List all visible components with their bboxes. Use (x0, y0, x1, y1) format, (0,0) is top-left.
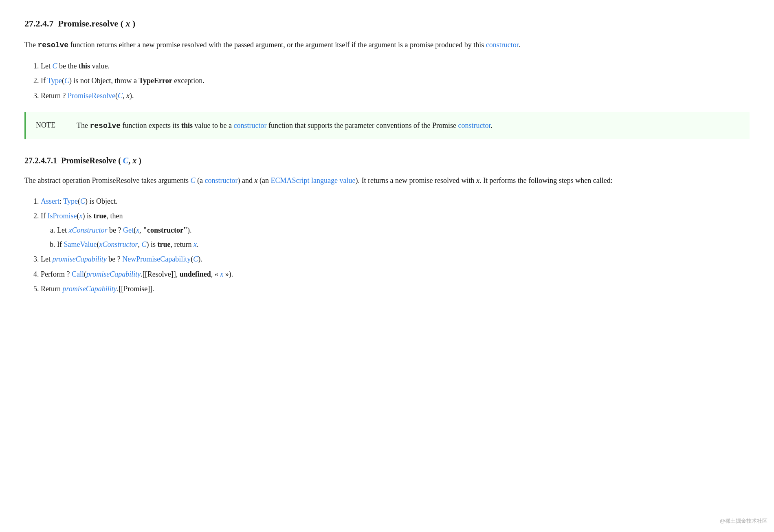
step3-x: x (126, 92, 130, 100)
step1-C-link[interactable]: C (53, 62, 57, 70)
subsection-C-link[interactable]: C (123, 156, 128, 165)
sub-step1-assert-link[interactable]: Assert (41, 197, 59, 205)
step3-C-link[interactable]: C (118, 92, 123, 100)
sub-step5-pc-link[interactable]: promiseCapability (63, 285, 117, 293)
sub-x: x (255, 176, 258, 185)
sub-C-link[interactable]: C (191, 176, 196, 185)
step2-type-link[interactable]: Type (47, 77, 62, 85)
sub-step3-C-link[interactable]: C (193, 255, 198, 263)
step3-promiseresolve-link[interactable]: PromiseResolve (68, 92, 115, 100)
sub-step2b-x-link[interactable]: x (194, 240, 197, 248)
note-box: NOTE The resolve function expects its th… (24, 112, 750, 140)
subsection-x: x (132, 156, 136, 165)
sub-step2b-C-link[interactable]: C (142, 240, 147, 248)
subsection-intro: The abstract operation PromiseResolve ta… (24, 174, 750, 187)
step-3: Return ? PromiseResolve(C, x). (41, 90, 750, 102)
step2-C-link[interactable]: C (64, 77, 69, 85)
sub-step1-type-link[interactable]: Type (63, 197, 78, 205)
note-label: NOTE (36, 119, 60, 131)
step1-this: this (79, 62, 90, 70)
sub-step-2a: Let xConstructor be ? Get(x, "constructo… (57, 224, 750, 237)
section-title: 27.2.4.7 Promise.resolve ( x ) (24, 16, 750, 31)
sub-step-5: Return promiseCapability.[[Promise]]. (41, 283, 750, 295)
step2-typeerror: TypeError (139, 77, 172, 85)
sub-step4-pc-link[interactable]: promiseCapability (86, 270, 141, 278)
sub-step4-call-link[interactable]: Call (72, 270, 84, 278)
sub-x-2: x (476, 176, 479, 185)
sub-step3-pc-link[interactable]: promiseCapability (53, 255, 107, 263)
subsection-title: 27.2.4.7.1 PromiseResolve ( C, x ) (24, 154, 750, 167)
sub-step2a-xctor-link[interactable]: xConstructor (69, 226, 108, 234)
note-content: The resolve function expects its this va… (77, 119, 493, 132)
sub-step2b-true: true (158, 240, 171, 248)
sub-step2a-constructor-str: "constructor" (143, 226, 187, 234)
steps-list: Let C be the this value. If Type(C) is n… (41, 60, 750, 102)
note-resolve-code: resolve (90, 122, 121, 130)
note-constructor-link-1[interactable]: constructor (234, 121, 267, 130)
section-27-2-4-7: 27.2.4.7 Promise.resolve ( x ) The resol… (24, 16, 750, 139)
sub-step2-true: true (94, 212, 107, 220)
sub-step2-x-link[interactable]: x (79, 212, 83, 220)
sub-constructor-link[interactable]: constructor (205, 176, 238, 185)
section-title-text: Promise.resolve ( x ) (58, 18, 136, 29)
section-27-2-4-7-1: 27.2.4.7.1 PromiseResolve ( C, x ) The a… (24, 154, 750, 295)
sub-step2b-xctor-link[interactable]: xConstructor (99, 240, 138, 248)
resolve-code: resolve (37, 41, 68, 49)
sub-step-1: Assert: Type(C) is Object. (41, 195, 750, 208)
section-intro: The resolve function returns either a ne… (24, 39, 750, 52)
sub-step-4: Perform ? Call(promiseCapability.[[Resol… (41, 268, 750, 281)
sub-step3-newpc-link[interactable]: NewPromiseCapability (122, 255, 191, 263)
sub-step2-ispromise-link[interactable]: IsPromise (48, 212, 77, 220)
sub-step4-x-link[interactable]: x (220, 270, 223, 278)
sub-step2b-samevalue-link[interactable]: SameValue (64, 240, 97, 248)
step-2: If Type(C) is not Object, throw a TypeEr… (41, 75, 750, 87)
note-constructor-link-2[interactable]: constructor (458, 121, 490, 130)
sub-step2a-x-link[interactable]: x (136, 226, 139, 234)
sub-step2a-get-link[interactable]: Get (123, 226, 134, 234)
sub-ecma-link[interactable]: ECMAScript language value (271, 176, 356, 185)
constructor-link-1[interactable]: constructor (486, 41, 519, 49)
sub-step-2b: If SameValue(xConstructor, C) is true, r… (57, 238, 750, 251)
sub-steps-2: Let xConstructor be ? Get(x, "constructo… (57, 224, 750, 251)
sub-step-2: If IsPromise(x) is true, then Let xConst… (41, 210, 750, 251)
note-this: this (181, 121, 193, 130)
step-1: Let C be the this value. (41, 60, 750, 73)
subsection-steps-list: Assert: Type(C) is Object. If IsPromise(… (41, 195, 750, 295)
sub-step4-undefined: undefined (180, 270, 211, 278)
sub-step1-C-link[interactable]: C (80, 197, 85, 205)
sub-step-3: Let promiseCapability be ? NewPromiseCap… (41, 253, 750, 266)
